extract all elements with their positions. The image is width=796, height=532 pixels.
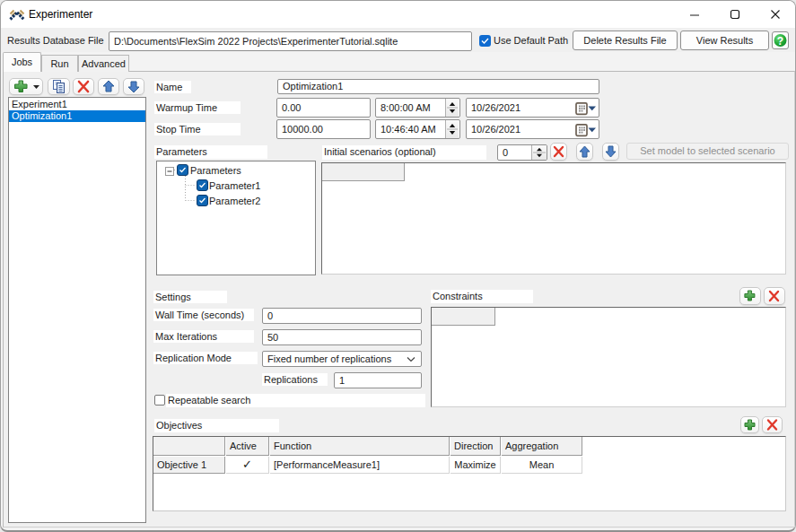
- svg-text:?: ?: [777, 35, 783, 48]
